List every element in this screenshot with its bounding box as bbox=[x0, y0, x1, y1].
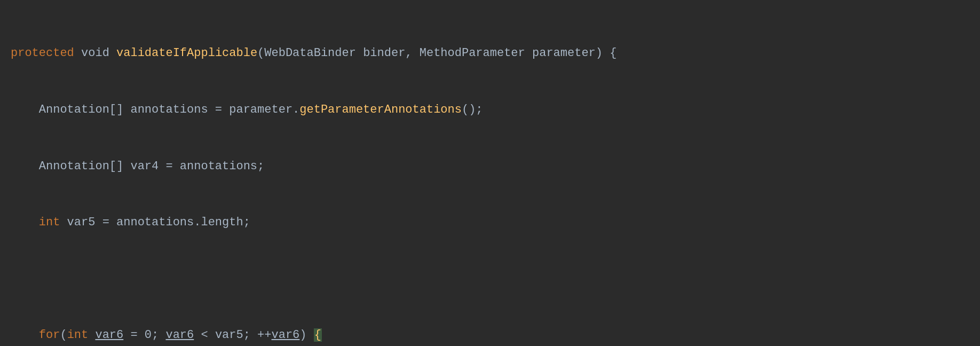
keyword-int: int bbox=[39, 216, 60, 229]
code-line-5 bbox=[11, 270, 969, 288]
method-validateIfApplicable: validateIfApplicable bbox=[116, 46, 257, 60]
code-line-6: for(int var6 = 0; var6 < var5; ++var6) { bbox=[11, 326, 969, 344]
code-line-3: Annotation[] var4 = annotations; bbox=[11, 157, 969, 176]
var-var6-1: var6 bbox=[95, 328, 123, 342]
code-line-1: protected void validateIfApplicable(WebD… bbox=[11, 44, 969, 62]
keyword-int-2: int bbox=[67, 328, 89, 342]
open-brace: { bbox=[314, 328, 322, 342]
code-block: protected void validateIfApplicable(WebD… bbox=[11, 6, 969, 346]
var-var6-2: var6 bbox=[165, 328, 194, 342]
keyword-protected: protected bbox=[11, 46, 74, 60]
method-getParameterAnnotations: getParameterAnnotations bbox=[299, 103, 462, 116]
var-var6-3: var6 bbox=[272, 328, 300, 342]
code-line-4: int var5 = annotations.length; bbox=[11, 213, 969, 232]
keyword-for: for bbox=[39, 328, 60, 342]
code-line-2: Annotation[] annotations = parameter.get… bbox=[11, 100, 969, 119]
